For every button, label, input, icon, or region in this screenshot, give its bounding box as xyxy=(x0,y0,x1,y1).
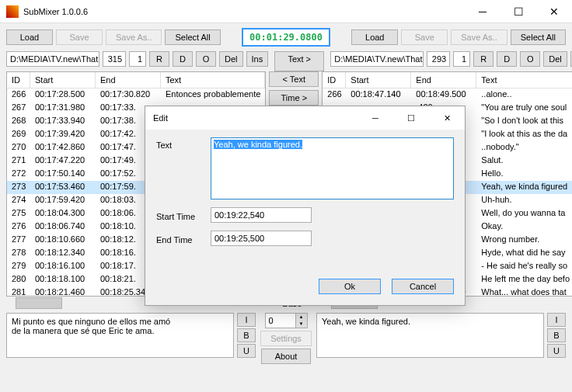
left-r-button[interactable]: R xyxy=(149,51,169,67)
dialog-maximize-button[interactable]: ☐ xyxy=(393,106,429,130)
left-preview[interactable]: Mi punto es que ninguno de ellos me amó … xyxy=(6,313,234,358)
left-i-button[interactable]: I xyxy=(237,313,256,327)
dialog-minimize-button[interactable]: ─ xyxy=(358,106,393,130)
right-load-button[interactable]: Load xyxy=(351,29,398,45)
about-button[interactable]: About xyxy=(261,349,311,364)
app-icon xyxy=(6,5,19,18)
left-path-box[interactable]: D:\MEDIA\TV.new\That 7 xyxy=(6,51,99,67)
cell-start: 00:18:04.300 xyxy=(30,207,96,220)
cell-start: 00:18:18.100 xyxy=(30,273,96,286)
left-count-box[interactable]: 315 xyxy=(103,51,126,67)
app-title: SubMixer 1.0.0.6 xyxy=(23,7,465,16)
cell-id: 269 xyxy=(7,128,30,141)
spin-up-icon[interactable]: ▲ xyxy=(296,314,307,321)
th-id[interactable]: ID xyxy=(7,72,30,88)
right-pos-box[interactable]: 1 xyxy=(453,51,470,67)
text-textarea[interactable] xyxy=(211,137,454,199)
cell-text: Uh-huh. xyxy=(476,194,572,207)
table-row[interactable]: 26600:17:28.50000:17:30.820Entonces prob… xyxy=(7,88,265,102)
cell-text: "So I don't look at this xyxy=(476,115,572,128)
edit-dialog: Edit ─ ☐ ✕ Text Start Time 00:19:22,540 … xyxy=(145,106,466,306)
spin-down-icon[interactable]: ▼ xyxy=(296,321,307,328)
cell-text: He left me the day befo xyxy=(476,273,572,286)
cell-id: 266 xyxy=(323,88,346,102)
cell-id: 280 xyxy=(7,273,30,286)
left-ins-button[interactable]: Ins xyxy=(246,51,269,67)
cell-text: ..nobody." xyxy=(476,141,572,154)
left-load-button[interactable]: Load xyxy=(6,29,53,45)
left-b-button[interactable]: B xyxy=(237,328,256,342)
right-selectall-button[interactable]: Select All xyxy=(511,29,566,45)
table-row[interactable]: 26600:18:47.14000:18:49.500..alone.. xyxy=(323,88,572,102)
cell-id: 276 xyxy=(7,220,30,234)
cell-text: ..alone.. xyxy=(476,88,572,102)
left-u-button[interactable]: U xyxy=(237,344,256,358)
dialog-title: Edit xyxy=(153,113,358,123)
cancel-button[interactable]: Cancel xyxy=(392,279,454,294)
dialog-close-button[interactable]: ✕ xyxy=(429,106,465,130)
th-id[interactable]: ID xyxy=(323,72,346,88)
cell-id: 273 xyxy=(7,181,30,194)
start-time-label: Start Time xyxy=(156,209,203,221)
right-d-button[interactable]: D xyxy=(497,51,517,67)
spinner-input[interactable] xyxy=(265,313,296,328)
cell-text: Well, do you wanna ta xyxy=(476,207,572,220)
text-left-button[interactable]: < Text xyxy=(269,71,319,87)
maximize-button[interactable]: ☐ xyxy=(500,0,536,23)
th-start[interactable]: Start xyxy=(346,72,411,88)
cell-text: Yeah, we kinda figured xyxy=(476,181,572,194)
right-count-box[interactable]: 293 xyxy=(427,51,450,67)
cell-id: 281 xyxy=(7,286,30,297)
th-text[interactable]: Text xyxy=(476,72,572,88)
left-o-button[interactable]: O xyxy=(196,51,216,67)
right-o-button[interactable]: O xyxy=(520,51,540,67)
left-save-button: Save xyxy=(56,29,103,45)
right-u-button[interactable]: U xyxy=(547,344,566,358)
left-pos-box[interactable]: 1 xyxy=(129,51,146,67)
right-path-box[interactable]: D:\MEDIA\TV.new\That xyxy=(330,51,424,67)
settings-button: Settings xyxy=(260,331,312,346)
right-save-button: Save xyxy=(401,29,448,45)
th-start[interactable]: Start xyxy=(30,72,96,88)
cell-text: Hello. xyxy=(476,168,572,181)
left-path-row: D:\MEDIA\TV.new\That 7 315 1 R D O Del I… xyxy=(0,50,274,71)
right-del-button[interactable]: Del xyxy=(543,51,567,67)
left-del-button[interactable]: Del xyxy=(219,51,243,67)
cell-start: 00:17:53.460 xyxy=(30,181,96,194)
cell-id: 268 xyxy=(7,115,30,128)
end-time-input[interactable]: 00:19:25,500 xyxy=(211,231,312,246)
ok-button[interactable]: Ok xyxy=(319,279,381,294)
right-r-button[interactable]: R xyxy=(473,51,494,67)
spinner[interactable]: ▲▼ xyxy=(265,313,308,328)
cell-start: 00:17:28.500 xyxy=(30,88,96,102)
cell-id: 277 xyxy=(7,234,30,247)
right-i-button[interactable]: I xyxy=(547,313,566,327)
cell-id: 279 xyxy=(7,260,30,273)
cell-start: 00:17:47.220 xyxy=(30,154,96,168)
cell-id: 271 xyxy=(7,154,30,168)
th-end[interactable]: End xyxy=(411,72,476,88)
cell-text: Hyde, what did he say xyxy=(476,247,572,260)
th-text[interactable]: Text xyxy=(161,72,265,88)
start-time-input[interactable]: 00:19:22,540 xyxy=(211,207,312,223)
left-selectall-button[interactable]: Select All xyxy=(165,29,220,45)
right-preview[interactable]: Yeah, we kinda figured. xyxy=(316,313,544,358)
left-d-button[interactable]: D xyxy=(173,51,193,67)
th-end[interactable]: End xyxy=(96,72,161,88)
cell-start: 00:17:31.980 xyxy=(30,102,96,115)
left-side-buttons: I B U xyxy=(237,313,256,364)
right-side-buttons: I B U xyxy=(547,313,566,364)
dialog-titlebar: Edit ─ ☐ ✕ xyxy=(145,106,465,130)
cell-start: 00:18:12.340 xyxy=(30,247,96,260)
right-b-button[interactable]: B xyxy=(547,328,566,342)
cell-text: "I look at this as the da xyxy=(476,128,572,141)
cell-id: 272 xyxy=(7,168,30,181)
text-right-button[interactable]: Text > xyxy=(274,51,324,71)
time-right-button[interactable]: Time > xyxy=(269,90,319,106)
minimize-button[interactable]: ─ xyxy=(465,0,500,23)
close-button[interactable]: ✕ xyxy=(536,0,572,23)
cell-start: 00:17:39.420 xyxy=(30,128,96,141)
mid-bottom: ▲▼ Settings About xyxy=(259,313,313,364)
cell-id: 274 xyxy=(7,194,30,207)
cell-id: 266 xyxy=(7,88,30,102)
